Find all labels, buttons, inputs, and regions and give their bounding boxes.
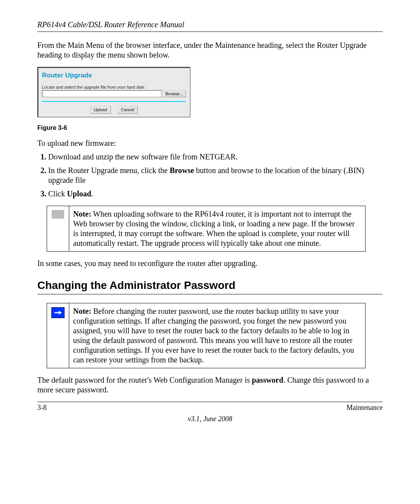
note-icon [52,210,64,219]
header-rule [37,32,383,32]
step-3-text-c: . [91,189,93,198]
browse-button[interactable]: Browse... [163,90,186,97]
post-note2-a: The default password for the router's We… [37,376,252,384]
step-2-browse: Browse [170,166,194,175]
router-upgrade-instruction: Locate and select the upgrade file from … [42,85,186,89]
step-1: Download and unzip the new software file… [48,152,383,162]
note2-body: Before changing the router password, use… [73,307,354,364]
post-note2-b: password [252,376,283,384]
arrow-icon [51,307,65,318]
step-2: In the Router Upgrade menu, click the Br… [48,166,383,185]
upload-button[interactable]: Upload [90,106,111,114]
step-3-upload: Upload [67,189,91,198]
note2-label: Note: [73,307,91,315]
note1-text-cell: Note: When uploading software to the RP6… [69,206,366,252]
firmware-file-input[interactable] [42,90,162,97]
post-note2-paragraph: The default password for the router's We… [37,375,383,395]
panel-divider [42,101,186,102]
router-upgrade-title: Router Upgrade [42,72,186,79]
section-heading: Changing the Administrator Password [37,279,383,292]
footer-version: v3.1, June 2008 [37,415,383,423]
cancel-button[interactable]: Cancel [117,106,138,114]
intro-paragraph: From the Main Menu of the browser interf… [37,40,383,60]
footer-page: 3-8 [37,404,47,412]
note2-text-cell: Note: Before changing the router passwor… [69,303,366,368]
note-box-2: Note: Before changing the router passwor… [47,303,366,368]
note-box-1: Note: When uploading software to the RP6… [47,206,366,252]
note1-icon-cell [47,206,69,252]
note1-body: When uploading software to the RP614v4 r… [73,210,355,247]
running-head: RP614v4 Cable/DSL Router Reference Manua… [37,20,383,29]
section-rule [37,294,383,294]
footer-rule [37,402,383,402]
note2-icon-cell [47,303,69,368]
svg-marker-1 [59,311,62,315]
note1-label: Note: [73,210,91,218]
figure-caption: Figure 3-6 [37,124,383,131]
router-upgrade-panel: Router Upgrade Locate and select the upg… [37,67,191,117]
post-note1-paragraph: In some cases, you may need to reconfigu… [37,259,383,268]
footer-section: Maintenance [346,404,383,412]
step-1-text: Download and unzip the new software file… [48,152,238,161]
step-3-text-a: Click [48,189,67,198]
steps-list: Download and unzip the new software file… [37,152,383,199]
upload-intro: To upload new firmware: [37,138,383,148]
step-2-text-a: In the Router Upgrade menu, click the [48,166,170,175]
step-3: Click Upload. [48,189,383,199]
